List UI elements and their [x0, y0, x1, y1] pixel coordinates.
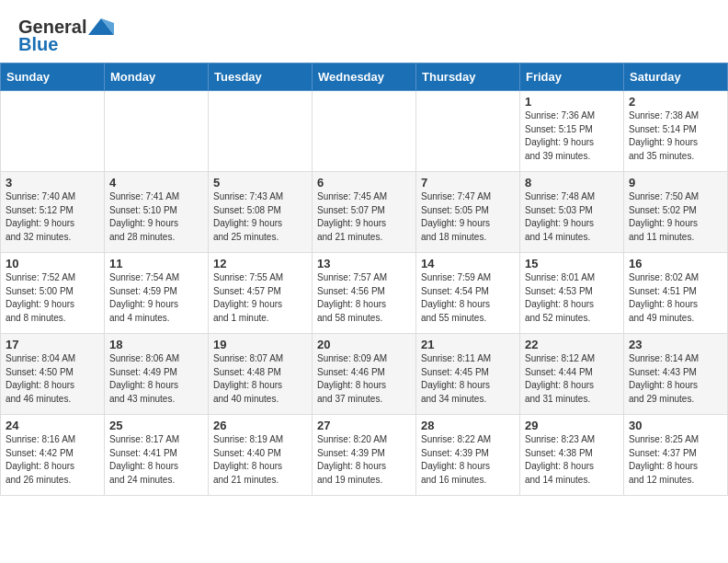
calendar-cell: [416, 91, 520, 172]
calendar-cell: 11Sunrise: 7:54 AM Sunset: 4:59 PM Dayli…: [105, 253, 209, 334]
calendar-cell: 14Sunrise: 7:59 AM Sunset: 4:54 PM Dayli…: [416, 253, 520, 334]
calendar-cell: [105, 91, 209, 172]
calendar-header-wednesday: Wednesday: [313, 63, 416, 91]
day-number: 28: [421, 419, 515, 432]
calendar-cell: 30Sunrise: 8:25 AM Sunset: 4:37 PM Dayli…: [624, 415, 728, 496]
day-number: 20: [317, 338, 411, 351]
day-number: 12: [213, 257, 307, 270]
day-number: 22: [525, 338, 619, 351]
day-number: 27: [317, 419, 411, 432]
day-number: 16: [629, 257, 722, 270]
day-info: Sunrise: 8:20 AM Sunset: 4:39 PM Dayligh…: [317, 433, 411, 487]
calendar-cell: [209, 91, 313, 172]
calendar-cell: 21Sunrise: 8:11 AM Sunset: 4:45 PM Dayli…: [416, 334, 520, 415]
logo-icon: [88, 18, 114, 35]
day-number: 4: [109, 176, 203, 190]
day-info: Sunrise: 8:22 AM Sunset: 4:39 PM Dayligh…: [421, 433, 515, 487]
day-info: Sunrise: 7:55 AM Sunset: 4:57 PM Dayligh…: [213, 271, 307, 325]
day-info: Sunrise: 7:40 AM Sunset: 5:12 PM Dayligh…: [6, 190, 99, 244]
calendar-cell: 26Sunrise: 8:19 AM Sunset: 4:40 PM Dayli…: [209, 415, 313, 496]
calendar-cell: 18Sunrise: 8:06 AM Sunset: 4:49 PM Dayli…: [105, 334, 209, 415]
day-number: 14: [421, 257, 515, 270]
calendar-cell: 12Sunrise: 7:55 AM Sunset: 4:57 PM Dayli…: [209, 253, 313, 334]
day-info: Sunrise: 8:02 AM Sunset: 4:51 PM Dayligh…: [629, 271, 722, 325]
day-number: 26: [213, 419, 307, 432]
day-info: Sunrise: 8:17 AM Sunset: 4:41 PM Dayligh…: [109, 433, 203, 487]
calendar-cell: 9Sunrise: 7:50 AM Sunset: 5:02 PM Daylig…: [624, 172, 728, 253]
header: General Blue: [0, 0, 728, 63]
day-info: Sunrise: 8:23 AM Sunset: 4:38 PM Dayligh…: [525, 433, 619, 487]
logo: General Blue: [18, 17, 114, 55]
calendar-week-1: 3Sunrise: 7:40 AM Sunset: 5:12 PM Daylig…: [1, 172, 728, 253]
day-info: Sunrise: 7:45 AM Sunset: 5:07 PM Dayligh…: [317, 190, 411, 244]
calendar-cell: 16Sunrise: 8:02 AM Sunset: 4:51 PM Dayli…: [624, 253, 728, 334]
calendar-cell: 25Sunrise: 8:17 AM Sunset: 4:41 PM Dayli…: [105, 415, 209, 496]
day-info: Sunrise: 8:01 AM Sunset: 4:53 PM Dayligh…: [525, 271, 619, 325]
day-number: 11: [109, 257, 203, 270]
day-number: 23: [629, 338, 722, 351]
calendar-cell: 5Sunrise: 7:43 AM Sunset: 5:08 PM Daylig…: [209, 172, 313, 253]
day-info: Sunrise: 8:14 AM Sunset: 4:43 PM Dayligh…: [629, 352, 722, 406]
calendar-cell: 15Sunrise: 8:01 AM Sunset: 4:53 PM Dayli…: [520, 253, 624, 334]
day-number: 5: [213, 176, 307, 190]
calendar-week-4: 24Sunrise: 8:16 AM Sunset: 4:42 PM Dayli…: [1, 415, 728, 496]
day-number: 6: [317, 176, 411, 190]
day-info: Sunrise: 8:19 AM Sunset: 4:40 PM Dayligh…: [213, 433, 307, 487]
day-number: 25: [109, 419, 203, 432]
day-number: 19: [213, 338, 307, 351]
calendar-cell: 13Sunrise: 7:57 AM Sunset: 4:56 PM Dayli…: [313, 253, 416, 334]
day-info: Sunrise: 8:16 AM Sunset: 4:42 PM Dayligh…: [6, 433, 99, 487]
logo-blue-text: Blue: [18, 34, 58, 55]
day-number: 10: [6, 257, 99, 270]
calendar-cell: 28Sunrise: 8:22 AM Sunset: 4:39 PM Dayli…: [416, 415, 520, 496]
calendar-week-0: 1Sunrise: 7:36 AM Sunset: 5:15 PM Daylig…: [1, 91, 728, 172]
calendar-cell: 10Sunrise: 7:52 AM Sunset: 5:00 PM Dayli…: [1, 253, 105, 334]
day-number: 13: [317, 257, 411, 270]
calendar-week-3: 17Sunrise: 8:04 AM Sunset: 4:50 PM Dayli…: [1, 334, 728, 415]
calendar-cell: 4Sunrise: 7:41 AM Sunset: 5:10 PM Daylig…: [105, 172, 209, 253]
calendar-cell: 1Sunrise: 7:36 AM Sunset: 5:15 PM Daylig…: [520, 91, 624, 172]
calendar-cell: 23Sunrise: 8:14 AM Sunset: 4:43 PM Dayli…: [624, 334, 728, 415]
day-number: 29: [525, 419, 619, 432]
day-number: 9: [629, 176, 722, 190]
calendar-header-row: SundayMondayTuesdayWednesdayThursdayFrid…: [1, 63, 728, 91]
day-info: Sunrise: 7:36 AM Sunset: 5:15 PM Dayligh…: [525, 109, 619, 163]
day-info: Sunrise: 7:59 AM Sunset: 4:54 PM Dayligh…: [421, 271, 515, 325]
day-info: Sunrise: 8:04 AM Sunset: 4:50 PM Dayligh…: [6, 352, 99, 406]
day-number: 3: [6, 176, 99, 190]
day-info: Sunrise: 7:43 AM Sunset: 5:08 PM Dayligh…: [213, 190, 307, 244]
calendar-cell: 17Sunrise: 8:04 AM Sunset: 4:50 PM Dayli…: [1, 334, 105, 415]
day-number: 30: [629, 419, 722, 432]
calendar-header-monday: Monday: [105, 63, 209, 91]
day-number: 21: [421, 338, 515, 351]
day-info: Sunrise: 7:52 AM Sunset: 5:00 PM Dayligh…: [6, 271, 99, 325]
day-info: Sunrise: 8:07 AM Sunset: 4:48 PM Dayligh…: [213, 352, 307, 406]
calendar-cell: 7Sunrise: 7:47 AM Sunset: 5:05 PM Daylig…: [416, 172, 520, 253]
calendar-cell: 27Sunrise: 8:20 AM Sunset: 4:39 PM Dayli…: [313, 415, 416, 496]
calendar-week-2: 10Sunrise: 7:52 AM Sunset: 5:00 PM Dayli…: [1, 253, 728, 334]
day-number: 1: [525, 95, 619, 109]
calendar-cell: 24Sunrise: 8:16 AM Sunset: 4:42 PM Dayli…: [1, 415, 105, 496]
day-info: Sunrise: 7:41 AM Sunset: 5:10 PM Dayligh…: [109, 190, 203, 244]
day-info: Sunrise: 7:50 AM Sunset: 5:02 PM Dayligh…: [629, 190, 722, 244]
day-number: 18: [109, 338, 203, 351]
calendar-header-sunday: Sunday: [1, 63, 105, 91]
day-number: 7: [421, 176, 515, 190]
calendar-cell: 3Sunrise: 7:40 AM Sunset: 5:12 PM Daylig…: [1, 172, 105, 253]
day-info: Sunrise: 7:38 AM Sunset: 5:14 PM Dayligh…: [629, 109, 722, 163]
calendar-cell: 20Sunrise: 8:09 AM Sunset: 4:46 PM Dayli…: [313, 334, 416, 415]
day-number: 2: [629, 95, 722, 109]
day-number: 24: [6, 419, 99, 432]
calendar-table: SundayMondayTuesdayWednesdayThursdayFrid…: [0, 63, 728, 496]
day-number: 17: [6, 338, 99, 351]
calendar-cell: 19Sunrise: 8:07 AM Sunset: 4:48 PM Dayli…: [209, 334, 313, 415]
calendar-cell: [1, 91, 105, 172]
day-info: Sunrise: 8:06 AM Sunset: 4:49 PM Dayligh…: [109, 352, 203, 406]
day-info: Sunrise: 7:57 AM Sunset: 4:56 PM Dayligh…: [317, 271, 411, 325]
calendar-cell: 6Sunrise: 7:45 AM Sunset: 5:07 PM Daylig…: [313, 172, 416, 253]
calendar-header-saturday: Saturday: [624, 63, 728, 91]
calendar-cell: [313, 91, 416, 172]
day-info: Sunrise: 8:09 AM Sunset: 4:46 PM Dayligh…: [317, 352, 411, 406]
calendar-header-thursday: Thursday: [416, 63, 520, 91]
calendar-cell: 8Sunrise: 7:48 AM Sunset: 5:03 PM Daylig…: [520, 172, 624, 253]
